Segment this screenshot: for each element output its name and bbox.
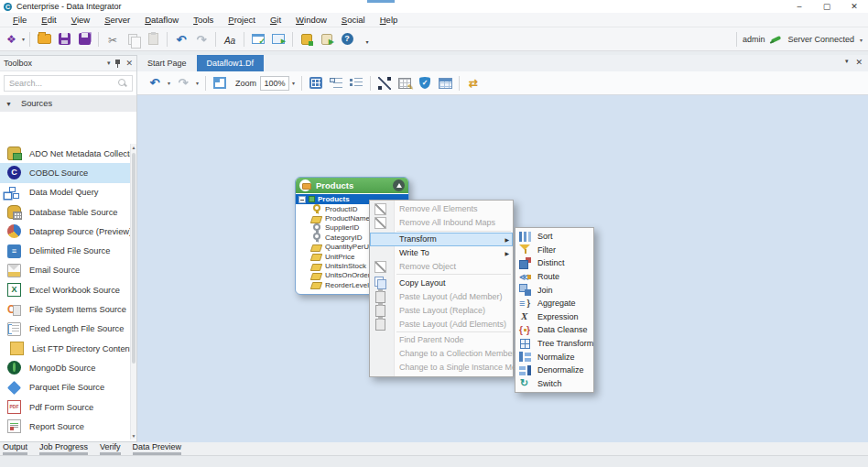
toolbar-button[interactable] [244, 32, 244, 47]
toolbox-dropdown-icon[interactable]: ▾ [107, 60, 111, 67]
context-menu-item[interactable]: Change to a Collection Member ▶ [370, 347, 513, 361]
minimize-button[interactable]: – [786, 0, 813, 13]
collapse-outline-button[interactable] [327, 74, 345, 92]
submenu-item[interactable]: Filter [515, 244, 593, 257]
context-menu-item[interactable]: Paste Layout (Replace) ▶ [370, 303, 513, 317]
menu-item[interactable]: Git [263, 13, 288, 27]
products-node-header[interactable]: Products [296, 178, 408, 193]
toolbar-button[interactable] [292, 32, 293, 47]
menu-item[interactable]: Dataflow [137, 13, 186, 27]
node-collapse-button[interactable] [393, 179, 405, 191]
context-menu-item[interactable]: Write To ▶ [370, 246, 513, 260]
toolbar-button[interactable] [215, 32, 216, 47]
context-menu-item[interactable]: Copy Layout ▶ [370, 276, 513, 289]
toolbar-button[interactable] [298, 30, 316, 49]
toolbar-button[interactable] [144, 30, 162, 49]
toolbar-button[interactable] [249, 30, 267, 49]
canvas-redo-button[interactable] [174, 74, 192, 92]
pin-icon[interactable] [114, 60, 121, 68]
auto-route-button[interactable] [464, 74, 483, 92]
menu-item[interactable]: Social [334, 13, 373, 27]
close-button[interactable]: ✕ [841, 0, 868, 13]
toolbox-item[interactable]: Excel Workbook Source [0, 280, 130, 299]
toolbar-button[interactable] [192, 30, 211, 49]
toolbar-button[interactable] [6, 30, 25, 49]
toolbox-item[interactable]: Fixed Length File Source [0, 320, 130, 339]
toolbox-item[interactable]: Pdf Form Source [0, 397, 130, 417]
edit-table-button[interactable] [396, 74, 414, 92]
expand-outline-button[interactable] [347, 74, 365, 92]
submenu-item[interactable]: Join [515, 283, 593, 297]
fit-to-window-button[interactable] [211, 74, 229, 92]
toolbar-button[interactable] [318, 30, 336, 49]
toolbox-item[interactable]: Delimited File Source [0, 241, 130, 260]
toolbox-item[interactable]: SQL Query Source [0, 436, 130, 440]
context-menu-item[interactable]: Change to a Single Instance Member ▶ [370, 361, 513, 375]
menu-item[interactable]: Edit [34, 13, 63, 27]
save-layout-button[interactable] [307, 74, 325, 92]
submenu-item[interactable]: Sort [515, 230, 593, 244]
menu-item[interactable]: Tools [186, 13, 221, 27]
toolbox-item[interactable]: Dataprep Source (Preview) [0, 222, 130, 241]
dock-tab[interactable]: Output [3, 442, 27, 456]
toolbar-button[interactable] [338, 30, 356, 49]
verify-shield-button[interactable] [416, 74, 434, 92]
zoom-value-box[interactable]: 100% [260, 76, 289, 91]
toolbar-button[interactable] [221, 30, 239, 49]
toolbox-item[interactable]: Report Source [0, 417, 130, 436]
data-preview-button[interactable] [436, 74, 454, 92]
submenu-item[interactable]: Route [515, 270, 593, 284]
context-menu-item[interactable]: Paste Layout (Add Member) ▶ [370, 289, 513, 303]
toolbox-item[interactable]: Data Model Query [0, 183, 130, 202]
context-menu-item[interactable]: Remove All Inbound Maps ▶ [370, 216, 513, 230]
submenu-item[interactable]: Normalize [515, 350, 593, 364]
toolbox-scrollbar[interactable]: ▲ ▼ [130, 144, 136, 440]
context-menu-item[interactable]: Paste Layout (Add Elements) ▶ [370, 317, 513, 331]
dock-tab[interactable]: Data Preview [133, 442, 182, 456]
context-menu-item[interactable]: Remove All Elements ▶ [370, 202, 513, 216]
zoom-caret-icon[interactable]: ▾ [292, 80, 295, 86]
context-menu-item[interactable]: Remove Object ▶ [370, 260, 513, 274]
toolbox-item[interactable]: List FTP Directory Contents [0, 339, 130, 358]
toolbar-button[interactable] [55, 30, 73, 49]
scrollbar-thumb[interactable] [132, 153, 136, 364]
maximize-button[interactable]: ▢ [813, 0, 841, 13]
toolbar-button[interactable] [29, 32, 30, 47]
toolbar-overflow-caret[interactable]: ▾ [860, 37, 863, 43]
toolbox-item[interactable]: Database Table Source [0, 202, 130, 222]
toolbox-item[interactable]: File System Items Source [0, 299, 130, 319]
toolbar-button[interactable] [269, 30, 288, 49]
scroll-down-icon[interactable]: ▼ [131, 433, 136, 439]
tab-list-caret-icon[interactable]: ▾ [845, 58, 849, 67]
toolbar-button[interactable] [124, 30, 142, 49]
document-tab[interactable]: Dataflow1.Df [197, 55, 265, 71]
scroll-up-icon[interactable]: ▲ [131, 145, 136, 150]
toolbox-item[interactable]: ADO Net Metadata Collections [0, 144, 130, 163]
menu-item[interactable]: Window [288, 13, 334, 27]
document-tab[interactable]: Start Page [137, 55, 197, 71]
toolbox-search-input[interactable]: Search... [4, 75, 133, 92]
draw-link-button[interactable] [375, 74, 394, 92]
tab-close-icon[interactable]: ✕ [855, 58, 863, 67]
submenu-item[interactable]: Expression [515, 310, 593, 324]
toolbar-button[interactable] [358, 30, 376, 49]
toolbar-button[interactable] [167, 32, 168, 47]
toolbox-item[interactable]: COBOL Source [0, 163, 130, 182]
toolbar-button[interactable] [103, 30, 122, 49]
canvas-undo-button[interactable] [146, 74, 164, 92]
undo-caret-icon[interactable]: ▾ [168, 80, 170, 86]
menu-item[interactable]: Project [221, 13, 263, 27]
toolbar-button[interactable] [172, 30, 190, 49]
submenu-item[interactable]: Denormalize [515, 364, 593, 377]
submenu-item[interactable]: Data Cleanse [515, 323, 593, 337]
dataflow-canvas[interactable]: Products Products ProductID [137, 95, 868, 442]
submenu-item[interactable]: Tree Transform [515, 337, 593, 351]
menu-item[interactable]: View [64, 13, 97, 27]
toolbar-button[interactable] [35, 30, 53, 49]
admin-user-label[interactable]: admin [743, 35, 765, 44]
toolbox-close-icon[interactable]: ✕ [125, 59, 133, 68]
context-menu-item[interactable]: Transform ▶ [370, 233, 513, 246]
dock-tab[interactable]: Job Progress [39, 442, 88, 456]
toolbar-button[interactable] [98, 32, 99, 47]
sources-section-header[interactable]: ▼ Sources [0, 95, 136, 112]
